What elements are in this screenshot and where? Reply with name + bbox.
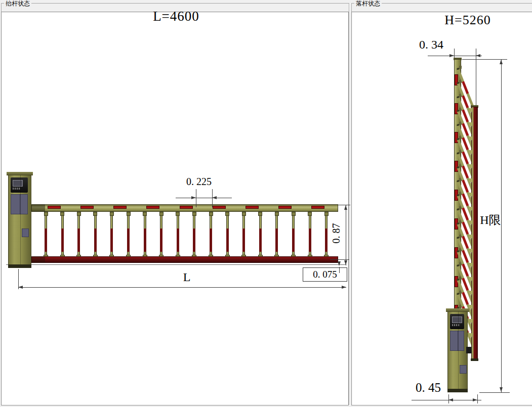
left-cabinet-speckle-panel bbox=[11, 194, 28, 214]
fence-post-red-segment bbox=[160, 229, 162, 252]
dim-arrow bbox=[191, 196, 196, 199]
dim-arrow bbox=[449, 54, 454, 57]
top-rail-red-segment bbox=[80, 206, 94, 209]
fence-post-red-segment bbox=[325, 229, 328, 252]
top-rail-red-segment bbox=[146, 206, 159, 209]
fence-post-red-segment bbox=[94, 229, 97, 252]
right-cabinet-small-hatch bbox=[460, 365, 467, 374]
hanging-rail-bottom-cap bbox=[471, 358, 478, 361]
fence-post-red-segment bbox=[259, 229, 262, 252]
raised-state-title: L=4600 bbox=[138, 9, 215, 24]
dim-ext bbox=[454, 49, 455, 58]
left-cabinet-door-seam bbox=[20, 175, 21, 268]
left-cabinet-display-screen bbox=[13, 180, 23, 187]
left-cabinet-keypad-dots bbox=[13, 188, 21, 190]
dim-line bbox=[18, 287, 346, 288]
dim-arrow bbox=[342, 286, 346, 289]
drawing-layer: L=4600 H=5260 0. 225 0. 87 0. 075 L 0. 3… bbox=[0, 0, 532, 407]
dim-post-spacing: 0. 225 bbox=[180, 176, 218, 188]
dim-arrow bbox=[344, 205, 347, 210]
dim-arrow bbox=[212, 196, 217, 199]
fence-post-red-segment bbox=[309, 229, 311, 252]
top-rail-red-segment bbox=[245, 206, 259, 209]
dim-arrow bbox=[448, 398, 453, 401]
dim-ext bbox=[330, 259, 349, 260]
dim-arrow bbox=[344, 260, 347, 265]
dim-arrow bbox=[18, 286, 23, 289]
dim-arrow bbox=[476, 54, 480, 57]
dim-ext bbox=[477, 394, 478, 403]
dim-line bbox=[176, 198, 232, 198]
dim-ext bbox=[196, 189, 196, 207]
right-cabinet-keypad-dots bbox=[452, 324, 460, 326]
dim-ext bbox=[476, 49, 476, 105]
top-rail-red-segment bbox=[278, 206, 292, 209]
top-rail-red-segment bbox=[311, 206, 324, 209]
dim-arrow bbox=[473, 398, 477, 401]
right-cabinet-door-seam bbox=[458, 311, 459, 392]
right-cabinet-speckle-panel bbox=[450, 331, 464, 351]
dim-arrow bbox=[500, 387, 503, 392]
fence-post-red-segment bbox=[127, 229, 130, 252]
fence-post-red-segment bbox=[226, 229, 229, 252]
fence-post-red-segment bbox=[144, 229, 146, 252]
dim-cabinet-depth: 0. 45 bbox=[407, 381, 449, 395]
top-rail-red-segment bbox=[180, 206, 193, 209]
right-cabinet-bracket bbox=[466, 347, 472, 353]
fence-post-red-segment bbox=[242, 229, 245, 252]
top-rail-red-segment bbox=[113, 206, 127, 209]
rail-shadow-bottom bbox=[32, 256, 45, 263]
right-cabinet-display-screen bbox=[452, 316, 462, 323]
left-cabinet-small-hatch bbox=[22, 229, 29, 237]
fence-post-red-segment bbox=[210, 229, 212, 252]
dim-line bbox=[346, 205, 346, 265]
fence-post-red-segment bbox=[292, 229, 295, 252]
dim-bottom-rail: 0. 075 bbox=[303, 267, 347, 282]
left-cabinet-base bbox=[8, 264, 31, 268]
top-rail-red-segment bbox=[48, 206, 61, 209]
barrier-gate-app-window: 抬杆状态 落杆状态 L=4600 H=5260 0. 225 0. 87 0. … bbox=[0, 0, 532, 407]
dim-line bbox=[339, 267, 340, 273]
dim-line bbox=[412, 400, 481, 400]
dim-arrow bbox=[338, 261, 341, 266]
fence-post-red-segment bbox=[110, 229, 113, 252]
dim-fence-height: 0. 87 bbox=[331, 211, 342, 256]
dim-line bbox=[428, 56, 482, 56]
lowered-state-title: H=5260 bbox=[430, 13, 505, 28]
fence-post-red-segment bbox=[275, 229, 278, 252]
dim-top-offset: 0. 34 bbox=[410, 38, 453, 52]
dim-line bbox=[501, 59, 502, 392]
dim-length-label: L bbox=[178, 270, 195, 284]
right-cabinet-base bbox=[447, 389, 468, 392]
bottom-rail bbox=[31, 256, 338, 263]
rail-shadow-top bbox=[32, 204, 45, 212]
fence-post-red-segment bbox=[193, 229, 195, 252]
ground-line bbox=[6, 264, 346, 265]
fence-post-red-segment bbox=[77, 229, 80, 252]
fence-post-red-segment bbox=[45, 229, 47, 252]
dim-arrow bbox=[500, 60, 503, 64]
dim-ext bbox=[479, 392, 510, 393]
fence-post-red-segment bbox=[177, 229, 179, 252]
top-rail-red-segment bbox=[213, 206, 226, 209]
fence-post-red-segment bbox=[61, 229, 64, 252]
hanging-rail-knob-strip bbox=[469, 108, 472, 358]
